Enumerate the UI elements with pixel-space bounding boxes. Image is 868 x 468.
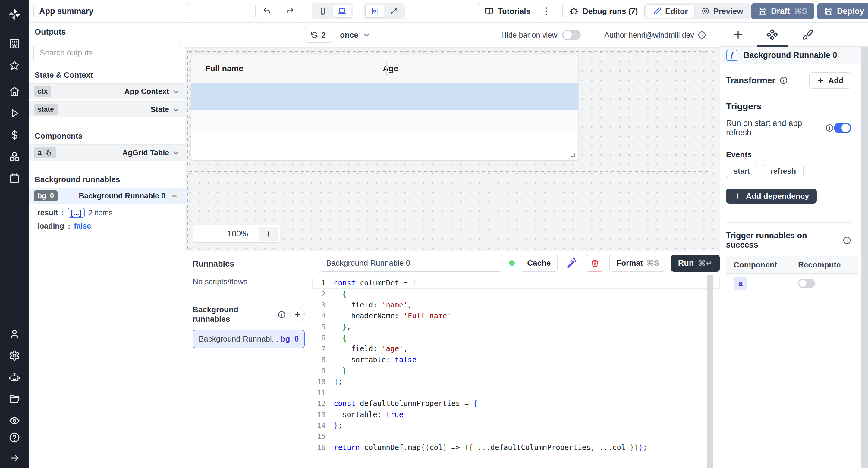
kebab-menu-icon[interactable] (541, 6, 552, 16)
hide-bar-toggle[interactable] (562, 30, 581, 40)
resize-handle[interactable] (571, 153, 575, 157)
table-row[interactable] (191, 110, 578, 132)
settings-tab[interactable] (766, 29, 778, 41)
runnable-item-name: Background Runnabl... (198, 334, 278, 344)
code-line[interactable]: 13 sortable: true (312, 409, 720, 420)
calendar-icon[interactable] (9, 173, 20, 184)
arrow-right-icon[interactable] (9, 452, 20, 464)
output-row-bg0[interactable]: bg_0 Background Runnable 0 (29, 188, 185, 204)
canvas-toolbar: 2 once Hide bar on view Author henri@win… (185, 23, 720, 47)
delete-runnable-button[interactable] (587, 255, 603, 272)
code-line[interactable]: 16return columnDef.map((col) => ({ ...de… (312, 442, 720, 453)
info-icon[interactable] (843, 236, 851, 244)
info-icon[interactable] (698, 31, 706, 39)
divider (726, 222, 851, 223)
add-background-runnable-button[interactable] (290, 307, 305, 322)
column-header-full-name[interactable]: Full name (191, 64, 372, 73)
code-line[interactable]: 5 }, (312, 322, 720, 332)
loading-value: false (74, 222, 91, 230)
code-line[interactable]: 12const defaultColumnProperties = { (312, 398, 720, 409)
refresh-mode-dropdown[interactable]: once (340, 30, 370, 40)
output-row-component-a[interactable]: a AgGrid Table (29, 144, 185, 161)
code-line[interactable]: 6 { (312, 332, 720, 343)
debug-runs-button[interactable]: Debug runs (7) (562, 3, 645, 19)
zoom-in-button[interactable] (259, 227, 278, 241)
refresh-count-button[interactable]: 2 (304, 27, 332, 43)
code-lines[interactable]: 1const columnDef = [2 {3 field: 'name',4… (312, 275, 720, 468)
code-line[interactable]: 8 sortable: false (312, 355, 720, 365)
star-icon[interactable] (9, 60, 20, 71)
collapse-bg0-button[interactable] (169, 191, 180, 201)
preview-mode-tab[interactable]: Preview (695, 4, 749, 18)
outputs-title: Outputs (35, 27, 179, 37)
cubes-icon[interactable] (9, 151, 20, 162)
windmill-logo-icon[interactable] (7, 7, 22, 22)
recompute-toggle[interactable] (798, 279, 815, 288)
eye-icon[interactable] (9, 415, 20, 427)
deploy-button[interactable]: Deploy (817, 3, 868, 19)
center-layout-button[interactable] (365, 4, 384, 18)
aggrid-table-component[interactable]: Full name Age (191, 55, 578, 160)
undo-button[interactable] (255, 3, 278, 19)
play-icon[interactable] (9, 107, 20, 119)
add-transformer-button[interactable]: Add (809, 72, 851, 89)
panel-scrollbar[interactable] (861, 47, 868, 468)
events-heading: Events (726, 150, 851, 159)
table-row-selected[interactable] (191, 83, 578, 110)
gear-icon[interactable] (9, 350, 20, 361)
cache-button[interactable]: Cache (520, 255, 558, 272)
code-line[interactable]: 9 } (312, 365, 720, 376)
info-icon[interactable] (779, 76, 788, 85)
background-runnable-item[interactable]: Background Runnabl... bg_0 (193, 330, 305, 348)
runnable-name-input[interactable] (320, 255, 502, 272)
redo-button[interactable] (278, 3, 301, 19)
building-icon[interactable] (9, 38, 20, 49)
app-canvas[interactable]: Full name Age 100% (185, 47, 720, 251)
code-line[interactable]: 11 (312, 387, 720, 398)
code-line[interactable]: 15 (312, 431, 720, 442)
tutorials-label: Tutorials (498, 7, 530, 16)
add-dependency-button[interactable]: Add dependency (726, 189, 817, 204)
state-context-heading: State & Context (35, 70, 179, 80)
code-line[interactable]: 4 headerName: 'Full name' (312, 310, 720, 321)
insert-component-tab[interactable] (732, 29, 744, 41)
ai-wand-icon[interactable] (566, 257, 578, 269)
info-icon[interactable] (278, 310, 286, 319)
code-line[interactable]: 14}; (312, 420, 720, 431)
chevron-down-icon[interactable] (172, 88, 180, 96)
user-icon[interactable] (9, 328, 20, 340)
fullwidth-layout-button[interactable] (384, 4, 403, 18)
code-line[interactable]: 1const columnDef = [ (312, 278, 720, 289)
draft-button[interactable]: Draft ⌘S (751, 3, 814, 19)
editor-mode-tab[interactable]: Editor (646, 4, 695, 18)
editor-scrollbar[interactable] (707, 275, 713, 468)
format-button[interactable]: Format ⌘S (610, 255, 666, 272)
rail-group-main (9, 80, 20, 190)
result-expand-chip[interactable]: [...] (67, 208, 85, 218)
output-row-ctx[interactable]: ctx App Context (29, 83, 185, 99)
app-summary-input[interactable] (33, 3, 188, 19)
mobile-view-button[interactable] (313, 4, 332, 18)
code-line[interactable]: 7 field: 'age', (312, 343, 720, 354)
chevron-down-icon[interactable] (172, 149, 180, 157)
folder-icon[interactable] (9, 393, 20, 405)
output-row-state[interactable]: state State (29, 101, 185, 118)
chevron-down-icon[interactable] (172, 106, 180, 113)
run-button[interactable]: Run ⌘↵ (671, 255, 720, 272)
dollar-icon[interactable] (9, 129, 20, 141)
info-icon[interactable] (826, 124, 834, 132)
zoom-out-button[interactable] (193, 225, 216, 242)
styling-tab[interactable] (802, 29, 814, 41)
code-line[interactable]: 2 { (312, 289, 720, 299)
help-icon[interactable] (9, 432, 20, 443)
robot-icon[interactable] (9, 372, 20, 383)
code-line[interactable]: 3 field: 'name', (312, 300, 720, 310)
search-outputs-input[interactable] (33, 44, 181, 61)
column-divider[interactable] (386, 62, 387, 76)
column-header-age[interactable]: Age (372, 64, 398, 73)
home-icon[interactable] (9, 86, 20, 97)
run-on-start-toggle[interactable] (834, 123, 851, 133)
code-line[interactable]: 10]; (312, 376, 720, 387)
desktop-view-button[interactable] (333, 4, 351, 18)
tutorials-button[interactable]: Tutorials (478, 3, 537, 19)
